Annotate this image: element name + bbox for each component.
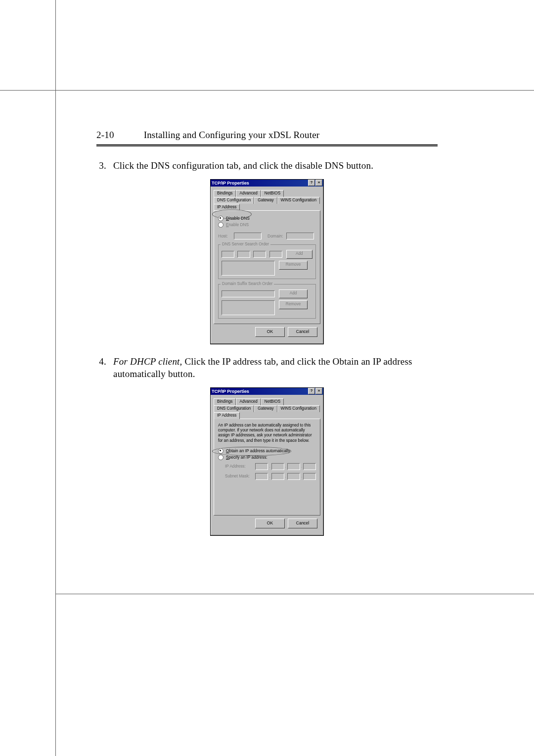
tcpip-properties-dialog-dns: TCP/IP Properties ? × Bindings Advanced … bbox=[210, 179, 324, 344]
dialog-titlebar: TCP/IP Properties ? × bbox=[211, 180, 323, 187]
dns-remove-button[interactable]: Remove bbox=[279, 261, 308, 270]
domain-label: Domain: bbox=[267, 234, 284, 238]
tab-advanced[interactable]: Advanced bbox=[236, 190, 261, 197]
tab2-netbios[interactable]: NetBIOS bbox=[261, 398, 284, 405]
tcpip-properties-dialog-ip: TCP/IP Properties ? × Bindings Advanced … bbox=[210, 387, 324, 536]
dns-server-order-legend: DNS Server Search Order bbox=[221, 242, 270, 246]
tab-bindings[interactable]: Bindings bbox=[214, 190, 236, 197]
close-button[interactable]: × bbox=[315, 180, 322, 186]
dns-ip-input[interactable]: . . . bbox=[222, 251, 282, 258]
page-bottom-rule bbox=[55, 594, 534, 594]
dns-list[interactable] bbox=[222, 261, 275, 276]
tab-netbios[interactable]: NetBIOS bbox=[261, 190, 284, 197]
help-button[interactable]: ? bbox=[308, 180, 315, 186]
suffix-remove-button[interactable]: Remove bbox=[279, 300, 308, 309]
ok-button-2[interactable]: OK bbox=[255, 519, 285, 528]
disable-dns-radio[interactable] bbox=[218, 216, 223, 221]
disable-dns-label: Disable DNS bbox=[226, 216, 250, 221]
close-button-2[interactable]: × bbox=[315, 388, 322, 394]
dialog-title: TCP/IP Properties bbox=[212, 181, 249, 186]
tab2-ip-address[interactable]: IP Address bbox=[214, 412, 240, 419]
subnet-mask-input[interactable]: . . . bbox=[255, 473, 316, 480]
specify-ip-radio[interactable] bbox=[218, 455, 223, 460]
specify-ip-label: Specify an IP address: bbox=[226, 455, 267, 460]
tab-gateway[interactable]: Gateway bbox=[254, 197, 277, 204]
tab2-wins-configuration[interactable]: WINS Configuration bbox=[277, 405, 320, 412]
dns-add-button[interactable]: Add bbox=[286, 250, 312, 259]
dialog-titlebar-2: TCP/IP Properties ? × bbox=[211, 388, 323, 395]
ip-address-label: IP Address: bbox=[225, 464, 253, 469]
tab-ip-address[interactable]: IP Address bbox=[214, 204, 240, 211]
host-label: Host: bbox=[218, 234, 232, 238]
obtain-ip-auto-label: Obtain an IP address automatically bbox=[226, 448, 290, 453]
enable-dns-radio[interactable] bbox=[218, 222, 223, 228]
host-input[interactable] bbox=[234, 233, 262, 239]
suffix-add-button[interactable]: Add bbox=[279, 289, 308, 298]
ip-address-input[interactable]: . . . bbox=[255, 463, 316, 470]
page-top-rule bbox=[0, 90, 534, 91]
subnet-mask-label: Subnet Mask: bbox=[225, 474, 253, 478]
domain-input[interactable] bbox=[286, 233, 314, 239]
page-left-rule bbox=[55, 0, 56, 756]
dialog-title-2: TCP/IP Properties bbox=[212, 389, 249, 394]
suffix-input[interactable] bbox=[222, 290, 275, 297]
tab2-advanced[interactable]: Advanced bbox=[236, 398, 261, 405]
step-3-text: Click the DNS configuration tab, and cli… bbox=[113, 159, 438, 172]
cancel-button-2[interactable]: Cancel bbox=[288, 519, 317, 528]
help-button-2[interactable]: ? bbox=[308, 388, 315, 394]
ok-button[interactable]: OK bbox=[255, 327, 285, 337]
obtain-ip-auto-radio[interactable] bbox=[218, 448, 223, 454]
page-title: Installing and Configuring your xDSL Rou… bbox=[144, 130, 320, 141]
enable-dns-label: Enable DNS bbox=[226, 222, 249, 227]
tab-dns-configuration[interactable]: DNS Configuration bbox=[214, 197, 254, 204]
domain-suffix-legend: Domain Suffix Search Order bbox=[221, 282, 274, 286]
cancel-button[interactable]: Cancel bbox=[288, 327, 317, 337]
step-3-number: 3. bbox=[96, 159, 106, 172]
tab2-gateway[interactable]: Gateway bbox=[254, 405, 277, 412]
suffix-list[interactable] bbox=[222, 300, 275, 315]
ip-help-text: An IP address can be automatically assig… bbox=[218, 423, 316, 443]
step-4-number: 4. bbox=[96, 355, 106, 380]
step-4-lead: For DHCP client, bbox=[113, 356, 182, 367]
page-number: 2-10 bbox=[96, 130, 114, 141]
header-rule bbox=[96, 144, 438, 146]
tab2-bindings[interactable]: Bindings bbox=[214, 398, 236, 405]
tab2-dns-configuration[interactable]: DNS Configuration bbox=[214, 405, 254, 412]
tab-wins-configuration[interactable]: WINS Configuration bbox=[277, 197, 320, 204]
